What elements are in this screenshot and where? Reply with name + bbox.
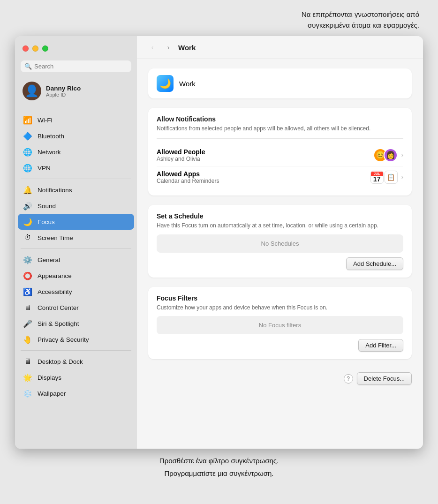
profile-item[interactable]: 👤 Danny Rico Apple ID	[18, 78, 134, 104]
sidebar-divider-3	[21, 248, 131, 249]
notifications-icon: 🔔	[23, 185, 33, 195]
add-filter-row: Add Filter...	[157, 339, 403, 352]
focus-icon-label: Work	[179, 80, 196, 88]
allowed-apps-title: Allowed Apps	[157, 170, 219, 178]
calendar-icon: JUL 17	[370, 171, 384, 184]
sidebar-group-prefs: ⚙️General⭕Appearance♿Accessibility🖥Contr…	[15, 252, 137, 347]
allowed-people-right: 😊 👩 ›	[373, 148, 403, 162]
allowed-people-left: Allowed People Ashley and Olivia	[157, 148, 205, 162]
sidebar-label-sound: Sound	[38, 203, 56, 210]
search-bar[interactable]: 🔍	[21, 60, 131, 72]
allowed-people-sub: Ashley and Olivia	[157, 156, 205, 162]
titlebar	[15, 36, 137, 60]
screen-time-icon: ⏱	[23, 233, 33, 243]
sidebar-item-general[interactable]: ⚙️General	[18, 252, 134, 268]
search-input[interactable]	[34, 63, 128, 70]
sidebar-item-focus[interactable]: 🌙Focus	[18, 214, 134, 230]
avatar: 👤	[23, 82, 41, 100]
focus-icon-card: 🌙 Work	[148, 68, 412, 98]
profile-name: Danny Rico	[46, 85, 81, 92]
sidebar-divider-1	[21, 109, 131, 109]
add-filter-button[interactable]: Add Filter...	[358, 339, 403, 352]
add-schedule-button[interactable]: Add Schedule...	[346, 257, 403, 270]
allowed-apps-left: Allowed Apps Calendar and Reminders	[157, 170, 219, 184]
sidebar-label-general: General	[38, 256, 60, 263]
control-center-icon: 🖥	[23, 302, 33, 313]
sidebar-label-notifications: Notifications	[38, 187, 72, 194]
sidebar-item-accessibility[interactable]: ♿Accessibility	[18, 284, 134, 300]
sidebar-divider-4	[21, 350, 131, 351]
vpn-icon: 🌐	[23, 163, 33, 173]
page-title: Work	[178, 44, 196, 52]
sidebar-item-network[interactable]: 🌐Network	[18, 144, 134, 160]
sidebar-item-notifications[interactable]: 🔔Notifications	[18, 182, 134, 198]
avatar-stack: 😊 👩	[373, 148, 398, 162]
sidebar-item-wifi[interactable]: 📶Wi-Fi	[18, 112, 134, 128]
sidebar-label-control-center: Control Center	[38, 304, 79, 311]
focus-filters-desc: Customize how your apps and device behav…	[157, 304, 403, 312]
wallpaper-icon: ❄️	[23, 388, 33, 399]
chevron-right-icon: ›	[401, 173, 403, 181]
sidebar-label-screen-time: Screen Time	[38, 234, 73, 241]
sidebar-item-appearance[interactable]: ⭕Appearance	[18, 268, 134, 284]
main-header: ‹ › Work	[137, 36, 423, 59]
no-schedules: No Schedules	[157, 234, 403, 253]
content-area: 🌙 Work Allow Notifications Notifications…	[137, 59, 423, 394]
annotation-bottom-line2: Προγραμματίστε μια συγκέντρωση.	[159, 467, 279, 480]
sidebar-label-siri: Siri & Spotlight	[38, 320, 79, 327]
bluetooth-icon: 🔷	[23, 131, 33, 141]
sidebar-item-privacy[interactable]: 🤚Privacy & Security	[18, 331, 134, 347]
delete-focus-button[interactable]: Delete Focus...	[357, 372, 412, 385]
sidebar-item-wallpaper[interactable]: ❄️Wallpaper	[18, 385, 134, 401]
allow-notifications-desc: Notifications from selected people and a…	[157, 125, 403, 133]
general-icon: ⚙️	[23, 255, 33, 265]
sidebar-item-control-center[interactable]: 🖥Control Center	[18, 300, 134, 316]
divider	[157, 138, 403, 139]
sidebar-label-wallpaper: Wallpaper	[38, 390, 66, 397]
allowed-people-row[interactable]: Allowed People Ashley and Olivia 😊 👩 ›	[157, 144, 403, 166]
sidebar-item-screen-time[interactable]: ⏱Screen Time	[18, 230, 134, 246]
sidebar-item-sound[interactable]: 🔊Sound	[18, 198, 134, 214]
displays-icon: 🌟	[23, 372, 33, 383]
help-button[interactable]: ?	[344, 374, 353, 384]
siri-icon: 🎤	[23, 318, 33, 329]
app-icon-stack: JUL 17 📋	[370, 171, 398, 184]
network-icon: 🌐	[23, 147, 33, 157]
sidebar-label-desktop-dock: Desktop & Dock	[38, 358, 83, 365]
allow-notifications-card: Allow Notifications Notifications from s…	[148, 108, 412, 196]
sidebar-label-displays: Displays	[38, 374, 61, 381]
allowed-people-title: Allowed People	[157, 148, 205, 156]
profile-text: Danny Rico Apple ID	[46, 85, 81, 98]
sidebar-item-bluetooth[interactable]: 🔷Bluetooth	[18, 128, 134, 144]
sidebar-label-privacy: Privacy & Security	[38, 336, 89, 343]
privacy-icon: 🤚	[23, 334, 33, 345]
focus-filters-title: Focus Filters	[157, 294, 403, 302]
sidebar-item-vpn[interactable]: 🌐VPN	[18, 160, 134, 176]
accessibility-icon: ♿	[23, 286, 33, 297]
sidebar-item-siri[interactable]: 🎤Siri & Spotlight	[18, 316, 134, 331]
sidebar-item-displays[interactable]: 🌟Displays	[18, 369, 134, 385]
allowed-apps-row[interactable]: Allowed Apps Calendar and Reminders JUL …	[157, 166, 403, 188]
annotation-bottom-line1: Προσθέστε ένα φίλτρο συγκέντρωσης.	[159, 454, 279, 467]
forward-button[interactable]: ›	[162, 43, 174, 52]
set-schedule-card: Set a Schedule Have this Focus turn on a…	[148, 205, 412, 278]
allow-notifications-title: Allow Notifications	[157, 115, 403, 123]
focus-filters-card: Focus Filters Customize how your apps an…	[148, 287, 412, 360]
schedule-desc: Have this Focus turn on automatically at…	[157, 222, 403, 230]
sidebar-item-desktop-dock[interactable]: 🖥Desktop & Dock	[18, 354, 134, 369]
add-schedule-row: Add Schedule...	[157, 257, 403, 270]
sidebar-group-system: 🔔Notifications🔊Sound🌙Focus⏱Screen Time	[15, 182, 137, 246]
back-button[interactable]: ‹	[146, 43, 159, 52]
sidebar-label-wifi: Wi-Fi	[38, 117, 52, 124]
close-button[interactable]	[23, 45, 29, 52]
search-icon: 🔍	[24, 63, 32, 70]
reminders-icon: 📋	[385, 171, 398, 184]
no-filters: No Focus filters	[157, 316, 403, 334]
sidebar-label-bluetooth: Bluetooth	[38, 133, 64, 140]
minimize-button[interactable]	[32, 45, 38, 52]
settings-window: 🔍 👤 Danny Rico Apple ID 📶Wi-Fi🔷Bluetooth…	[15, 36, 423, 449]
cal-day: 17	[373, 176, 381, 182]
maximize-button[interactable]	[42, 45, 48, 52]
focus-icon: 🌙	[157, 75, 174, 92]
sidebar-divider-2	[21, 179, 131, 179]
